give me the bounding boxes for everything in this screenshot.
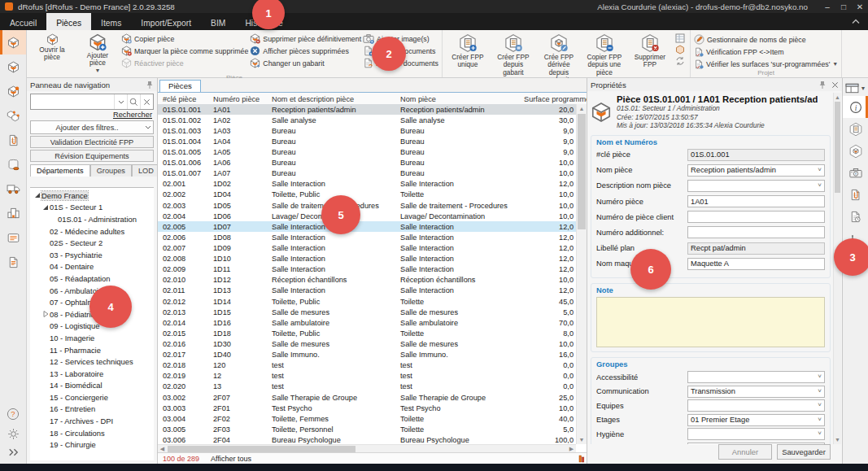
table-row[interactable]: 03.0042F02Toilette, FemmesToilette40,0 [158, 413, 576, 424]
column-header-cle-piece[interactable]: #clé pièce [158, 95, 208, 103]
module-documents[interactable] [0, 128, 26, 152]
module-room-function[interactable] [0, 79, 26, 103]
miniSync-icon[interactable] [675, 56, 685, 66]
table-row[interactable]: 01S.01.0041A04BureauBureau9,0 [158, 136, 576, 146]
ribbon-button-verification-fpp-item[interactable]: Vérification FPP <->Item [694, 46, 838, 57]
ribbon-button-ajouter-piece[interactable]: Ajouterpièce▼ [76, 32, 120, 74]
miniGrid-icon[interactable] [675, 33, 685, 43]
module-items[interactable] [0, 103, 26, 128]
tab-pieces[interactable]: Pièces [159, 80, 201, 92]
images-tab[interactable] [843, 162, 868, 184]
tab-items[interactable]: Items [91, 13, 131, 30]
ribbon-button-changer-un-gabarit[interactable]: Changer un gabarit [250, 58, 361, 68]
field-hygiene[interactable] [687, 428, 825, 440]
note-textarea[interactable] [596, 297, 825, 347]
table-row[interactable]: 02.0101D12Réception échantillonsRéceptio… [158, 275, 576, 286]
show-all-link[interactable]: Afficher tous [211, 455, 251, 463]
pin-icon[interactable] [146, 81, 154, 89]
panel-layout-selector[interactable]: ▼ [845, 80, 866, 96]
tab-import-export[interactable]: Import/Export [131, 13, 201, 30]
search-link[interactable]: Rechercher [27, 110, 157, 120]
table-row[interactable]: 01S.01.0051A05BureauBureau9,0 [158, 146, 576, 157]
minimize-button[interactable]: – [819, 1, 835, 12]
tree-item-06-ambulatoire[interactable]: 06 - Ambulatoire [30, 285, 154, 297]
settings-icon[interactable] [7, 428, 20, 440]
info-tab[interactable]: i [843, 96, 868, 118]
field-nom-piece[interactable]: Reception patients/admin [687, 164, 825, 177]
collapse-ribbon-icon[interactable] [852, 13, 860, 30]
field-accessibilite[interactable] [687, 371, 825, 383]
expander-open-icon[interactable] [41, 204, 50, 211]
table-row[interactable]: 02.0031D05Salle de traitement - Procedur… [158, 200, 576, 211]
table-row[interactable]: 02.0071D09Salle InteractionSalle Interac… [158, 242, 576, 253]
table-row[interactable]: 02.0021D04Toilette, PublicToilette10,0 [158, 190, 576, 200]
tree-item-05-readaptation[interactable]: 05 - Réadaptation [30, 273, 154, 285]
close-panel-icon[interactable] [831, 81, 839, 89]
maximize-button[interactable]: □ [835, 1, 852, 12]
ribbon-button-supprimer-piece-definitivement[interactable]: Supprimer pièce définitivement [250, 33, 361, 44]
column-header-nom-piece[interactable]: Nom pièce [395, 95, 519, 103]
filter-button-revision-equipements[interactable]: Révision Equipements [30, 150, 154, 162]
documents-tab[interactable] [843, 184, 868, 206]
field-nom-maquette[interactable]: Maquette A [687, 258, 825, 270]
ribbon-button-supprimer-fpp[interactable]: SupprimerFPP [628, 32, 672, 71]
tree-item-11-pharmacie[interactable]: 11 - Pharmacie [30, 344, 154, 356]
search-input[interactable] [31, 96, 114, 107]
table-row[interactable]: 02.02013testtest0,0 [158, 382, 576, 392]
module-pieces[interactable] [0, 30, 26, 55]
table-row[interactable]: 02.0121D14Toilette, PublicToilette45,0 [158, 296, 576, 307]
ribbon-button-gestionnaire-de-noms-de-piece[interactable]: Gestionnaire de noms de pièce [694, 34, 838, 45]
close-button[interactable]: ✕ [852, 1, 868, 12]
table-row[interactable]: 03.0062F04Bureau PsychologueBureau Psych… [158, 434, 576, 444]
field-numero-piece[interactable]: 1A01 [687, 195, 825, 207]
tree-item-16-entretien[interactable]: 16 - Entretien [30, 403, 154, 416]
tree-item-01s-secteur-1[interactable]: 01S - Secteur 1 [30, 202, 154, 214]
table-row[interactable]: 02.018120testtest0,0 [158, 360, 576, 371]
filter-button-validation-electricite-fpp[interactable]: Validation Electricité FPP [30, 136, 154, 148]
table-row[interactable]: 03.0032F01Test PsychoTest Psycho10,0 [158, 403, 576, 413]
miniFpp-icon[interactable] [675, 45, 685, 55]
tab-accueil[interactable]: Accueil [0, 13, 46, 30]
column-header-surface-programmee[interactable]: Surface programmée [519, 95, 587, 103]
expand-strip-icon[interactable] [7, 447, 20, 457]
table-row[interactable]: 02.0141D16Salle ambulatoireSalle ambulat… [158, 317, 576, 328]
table-row[interactable]: 02.0161D30Salle de mesuresSalle de mesur… [158, 338, 576, 349]
ribbon-button-copier-fpp-depuis-une-piece[interactable]: Copier FPPdepuis une pièce▼ [582, 32, 626, 83]
table-row[interactable]: 02.0011D02Salle InteractionSalle Interac… [158, 179, 576, 190]
history-tab[interactable] [843, 206, 868, 228]
search-icon[interactable] [127, 94, 140, 109]
table-row[interactable]: 01S.01.0061A06BureauBureau10,0 [158, 158, 576, 168]
nav-tab-departements[interactable]: Départements [30, 164, 90, 177]
module-logistics[interactable] [0, 177, 26, 201]
ribbon-button-verifier-les-surfaces-sur-programmees[interactable]: Vérifier les surfaces 'sur-programmées'▼ [694, 59, 838, 69]
vertical-scrollbar[interactable]: ▲ ▼ [576, 104, 587, 444]
field-etages[interactable]: 01 Premier Etage [687, 414, 825, 426]
tab-pieces[interactable]: Pièces [46, 13, 91, 30]
fpp-document-tab[interactable] [843, 118, 868, 140]
ribbon-button-afficher-pieces-supprimees[interactable]: Afficher pièces supprimées [250, 46, 361, 56]
module-data[interactable] [0, 152, 26, 177]
tree-item-13-laboratoire[interactable]: 13 - Laboratoire [30, 368, 154, 380]
table-row[interactable]: 02.0041D06Lavage/ DecontaminationLavage/… [158, 211, 576, 221]
table-row[interactable]: 02.0151D18Toilette, PublicToilette8,0 [158, 328, 576, 338]
tree-item-17-archives-dpi[interactable]: 17 - Archives - DPI [30, 415, 154, 427]
expander-open-icon[interactable] [33, 192, 41, 198]
table-row[interactable]: 02.0091D11Salle InteractionSalle Interac… [158, 264, 576, 275]
table-row[interactable]: 02.01912testtest0,0 [158, 371, 576, 382]
table-row[interactable]: 03.0022F07Salle Therapie de GroupeSalle … [158, 392, 576, 403]
field-numero-de-piece-client[interactable] [687, 211, 825, 223]
module-systems[interactable] [0, 225, 26, 250]
tree-item-14-biomedical[interactable]: 14 - Biomédical [30, 380, 154, 392]
ribbon-button-ouvrir-la-piece[interactable]: Ouvrir lapièce [30, 32, 74, 63]
tree-item-09-logistique[interactable]: 09 - Logistique [30, 321, 154, 333]
nav-tab-lod[interactable]: LOD [132, 164, 158, 177]
field-equipes[interactable] [687, 399, 825, 412]
tree-item-demo-france[interactable]: Demo France [30, 190, 154, 202]
ribbon-button-marquer-la-piece-comme-supprimee[interactable]: Marquer la pièce comme supprimée [121, 46, 248, 56]
tree-item-03-psychiatrie[interactable]: 03 - Psychiatrie [30, 249, 154, 261]
tree-item-02s-secteur-2[interactable]: 02S - Secteur 2 [30, 237, 154, 249]
table-row[interactable]: 02.0131D15Salle de mesuresSalle de mesur… [158, 307, 576, 317]
table-row[interactable]: 01S.01.0071A07BureauBureau10,0 [158, 168, 576, 179]
pin-icon[interactable] [818, 81, 827, 89]
save-button[interactable]: Sauvegarder [777, 444, 831, 460]
